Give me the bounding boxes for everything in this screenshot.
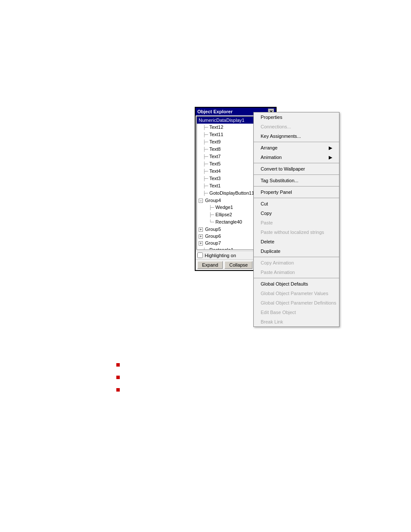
menu-item-paste-anim: Paste Animation: [254, 268, 339, 277]
tree-item-label: Rectangle1: [209, 247, 234, 250]
tree-item-label: Text5: [209, 161, 221, 166]
menu-item-key-assignments[interactable]: Key Assignments...: [254, 131, 339, 141]
tree-item-label: Group4: [205, 198, 221, 203]
menu-item-property-panel[interactable]: Property Panel: [254, 187, 339, 197]
expand-icon-group4[interactable]: −: [199, 199, 203, 203]
tree-item-label: GotoDisplayButton11: [209, 190, 254, 196]
menu-separator-6: [254, 257, 339, 257]
tree-item-label: Group6: [205, 233, 221, 239]
context-menu: Properties Connections... Key Assignment…: [253, 112, 339, 327]
arrow-icon: ▶: [329, 144, 332, 152]
menu-separator-4: [254, 186, 339, 187]
collapse-button[interactable]: Collapse: [224, 261, 252, 269]
expand-button[interactable]: Expand: [197, 261, 223, 269]
menu-item-duplicate[interactable]: Duplicate: [254, 246, 339, 256]
menu-separator-5: [254, 198, 339, 198]
bullet-item-1: [116, 362, 124, 367]
bullet-item-3: [116, 387, 124, 392]
expand-icon-group6[interactable]: +: [199, 234, 203, 239]
menu-item-arrange[interactable]: Arrange ▶: [254, 143, 339, 152]
menu-item-copy[interactable]: Copy: [254, 208, 339, 218]
tree-item-label: Text12: [209, 124, 223, 130]
tree-item-label: Group5: [205, 227, 221, 232]
tree-item-label: Ellipse2: [215, 212, 232, 217]
bullet-section: [116, 362, 124, 399]
tree-item-label: Wedge1: [215, 205, 233, 210]
expand-icon-group5[interactable]: +: [199, 227, 203, 232]
menu-item-paste: Paste: [254, 218, 339, 227]
menu-item-global-param-def: Global Object Parameter Definitions: [254, 298, 339, 308]
menu-item-global-defaults[interactable]: Global Object Defaults: [254, 279, 339, 289]
bullet-dot-2: [116, 376, 120, 379]
menu-item-properties[interactable]: Properties: [254, 112, 339, 122]
menu-item-break-link: Break Link: [254, 317, 339, 327]
tree-item-label: Text3: [209, 176, 221, 181]
menu-separator-1: [254, 142, 339, 142]
tree-item-label: Group7: [205, 240, 221, 246]
tree-item-label: Text8: [209, 146, 221, 152]
menu-item-paste-no-localized: Paste without localized strings: [254, 227, 339, 237]
bullet-dot-1: [116, 363, 120, 367]
menu-item-copy-anim: Copy Animation: [254, 258, 339, 268]
menu-item-global-param-values: Global Object Parameter Values: [254, 289, 339, 298]
bullet-item-2: [116, 374, 124, 379]
arrow-icon: ▶: [329, 153, 332, 161]
menu-item-cut[interactable]: Cut: [254, 199, 339, 208]
tree-item-label: Text4: [209, 168, 221, 174]
menu-separator-3: [254, 174, 339, 175]
highlighting-label: Highlighting on: [205, 253, 236, 258]
menu-separator-7: [254, 278, 339, 278]
menu-item-convert-wallpaper[interactable]: Convert to Wallpaper: [254, 164, 339, 174]
tree-item-label: Text9: [209, 139, 221, 144]
menu-separator-2: [254, 163, 339, 163]
menu-item-connections: Connections...: [254, 122, 339, 131]
menu-item-edit-base: Edit Base Object: [254, 308, 339, 317]
bullet-dot-3: [116, 388, 120, 392]
tree-item-label: Text7: [209, 154, 221, 159]
menu-item-tag-sub[interactable]: Tag Substitution...: [254, 176, 339, 185]
tree-item-label: Text1: [209, 183, 221, 188]
tree-item-label: Text11: [209, 132, 223, 137]
object-explorer-title: Object Explorer: [197, 109, 233, 114]
menu-item-animation[interactable]: Animation ▶: [254, 152, 339, 162]
expand-icon-group7[interactable]: +: [199, 241, 203, 246]
tree-item-label: Rectangle40: [215, 219, 242, 224]
menu-item-delete[interactable]: Delete: [254, 237, 339, 246]
tree-item-label: NumericDataDisplay1: [199, 118, 244, 123]
highlighting-checkbox[interactable]: [197, 252, 203, 258]
